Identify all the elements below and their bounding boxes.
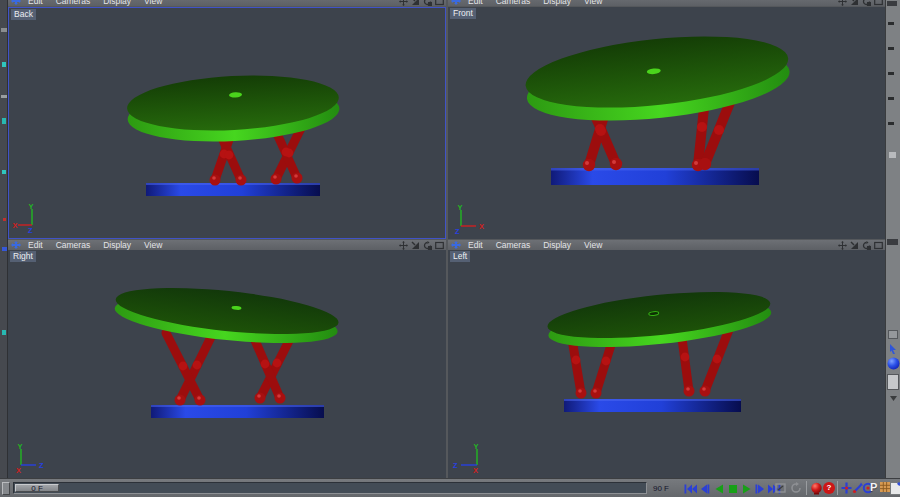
play-forwards-button[interactable] <box>740 483 753 495</box>
sphere-primitive-icon[interactable] <box>887 357 900 370</box>
viewport-nav-icon[interactable] <box>451 241 461 249</box>
key-position-icon[interactable] <box>841 482 852 494</box>
viewport-menubar: Edit Cameras Display View <box>448 240 885 250</box>
viewport-canvas-left[interactable]: Left <box>448 250 885 478</box>
axis-gizmo-back: Y X Z <box>12 201 58 234</box>
palette-button[interactable] <box>888 330 898 339</box>
toggle-maximize-icon[interactable] <box>435 0 444 6</box>
goto-start-button[interactable] <box>684 483 697 495</box>
stop-button[interactable] <box>726 483 739 495</box>
viewport-nav-icon[interactable] <box>451 0 461 5</box>
rotate-icon[interactable] <box>423 0 432 6</box>
viewport-nav-icon[interactable] <box>11 241 21 249</box>
toggle-maximize-icon[interactable] <box>874 0 883 6</box>
pan-icon[interactable] <box>838 0 847 6</box>
axis-y-label: Y <box>474 442 479 451</box>
axis-gizmo-left: Y Z X <box>451 441 497 474</box>
base-plate[interactable] <box>551 168 759 185</box>
render-sphere-icon[interactable] <box>810 482 823 495</box>
scene-left <box>448 250 885 478</box>
help-icon[interactable]: ? <box>823 482 835 494</box>
document-icon[interactable] <box>890 482 900 495</box>
timeline-end-cell <box>2 482 10 495</box>
zoom-icon[interactable] <box>850 0 859 6</box>
viewport-label: Right <box>10 251 36 262</box>
axis-x-label: X <box>13 221 18 230</box>
viewport-canvas-right[interactable]: Right <box>8 250 446 478</box>
key-parameter-label[interactable]: P <box>870 481 877 493</box>
record-keyframe-icon[interactable] <box>775 482 787 494</box>
axis-z-label: Z <box>28 226 33 234</box>
palette-fragment <box>1 28 7 32</box>
menu-cameras[interactable]: Cameras <box>496 0 530 6</box>
platform-disc[interactable] <box>126 70 341 146</box>
timeline-handle[interactable]: 0 F <box>15 484 59 492</box>
menu-display[interactable]: Display <box>543 0 571 6</box>
menu-edit[interactable]: Edit <box>28 240 43 250</box>
scene-back <box>9 8 445 238</box>
palette-fragment <box>2 118 6 124</box>
previous-key-button[interactable] <box>698 483 711 495</box>
app-window: Edit Cameras Display View Back <box>0 0 900 497</box>
chevron-down-icon[interactable] <box>890 396 897 401</box>
rotate-icon[interactable] <box>423 241 432 250</box>
animation-toolbar: 0 F 90 F ? <box>0 478 900 497</box>
menu-view[interactable]: View <box>144 0 162 6</box>
platform-disc[interactable] <box>545 283 773 355</box>
menu-view[interactable]: View <box>584 0 602 6</box>
menu-view[interactable]: View <box>144 240 162 250</box>
menu-display[interactable]: Display <box>543 240 571 250</box>
palette-fragment <box>889 152 896 158</box>
pan-icon[interactable] <box>399 241 408 250</box>
zoom-icon[interactable] <box>411 241 420 250</box>
platform-disc[interactable] <box>522 25 793 131</box>
palette-fragment <box>2 247 7 251</box>
rotate-icon[interactable] <box>862 241 871 250</box>
select-tool-icon[interactable] <box>888 344 898 354</box>
palette-fragment <box>1 95 7 98</box>
axis-y-label: Y <box>29 202 34 211</box>
toolbar-separator <box>806 481 807 495</box>
menu-cameras[interactable]: Cameras <box>56 240 90 250</box>
zoom-icon[interactable] <box>411 0 420 6</box>
axis-y-label: Y <box>18 442 23 451</box>
loop-playback-icon[interactable] <box>790 482 802 494</box>
menu-edit[interactable]: Edit <box>468 240 483 250</box>
right-palette-sliver <box>885 0 900 478</box>
palette-fragment <box>2 330 6 335</box>
rotate-icon[interactable] <box>862 0 871 6</box>
viewport-label: Back <box>11 9 36 20</box>
pan-icon[interactable] <box>399 0 408 6</box>
menu-display[interactable]: Display <box>103 240 131 250</box>
menu-cameras[interactable]: Cameras <box>56 0 90 6</box>
viewport-label: Front <box>450 8 476 19</box>
viewport-canvas-back[interactable]: Back <box>8 7 446 239</box>
toggle-maximize-icon[interactable] <box>435 241 444 250</box>
next-key-button[interactable] <box>754 483 767 495</box>
end-frame-label: 90 F <box>653 484 669 493</box>
viewport-label: Left <box>450 251 470 262</box>
menu-cameras[interactable]: Cameras <box>496 240 530 250</box>
scene-front <box>448 7 885 239</box>
viewport-front: Edit Cameras Display View Front <box>448 0 885 239</box>
platform-disc[interactable] <box>113 279 341 351</box>
viewport-canvas-front[interactable]: Front <box>448 7 885 239</box>
transport-controls <box>684 482 781 495</box>
menu-edit[interactable]: Edit <box>468 0 483 6</box>
menu-view[interactable]: View <box>584 240 602 250</box>
viewport-right: Edit Cameras Display View Right <box>8 240 446 478</box>
timeline-track[interactable]: 0 F <box>13 482 647 494</box>
menu-edit[interactable]: Edit <box>28 0 43 6</box>
axis-z-label: Z <box>39 461 44 470</box>
palette-fragment <box>2 62 6 67</box>
viewport-nav-icon[interactable] <box>11 0 21 5</box>
play-backwards-button[interactable] <box>712 483 725 495</box>
key-pla-grid-icon[interactable] <box>880 482 890 492</box>
toggle-maximize-icon[interactable] <box>874 241 883 250</box>
pan-icon[interactable] <box>838 241 847 250</box>
axis-gizmo-front: Y X Z <box>451 202 497 235</box>
axis-x-label: X <box>16 466 21 474</box>
zoom-icon[interactable] <box>850 241 859 250</box>
material-swatch[interactable] <box>887 374 899 390</box>
menu-display[interactable]: Display <box>103 0 131 6</box>
